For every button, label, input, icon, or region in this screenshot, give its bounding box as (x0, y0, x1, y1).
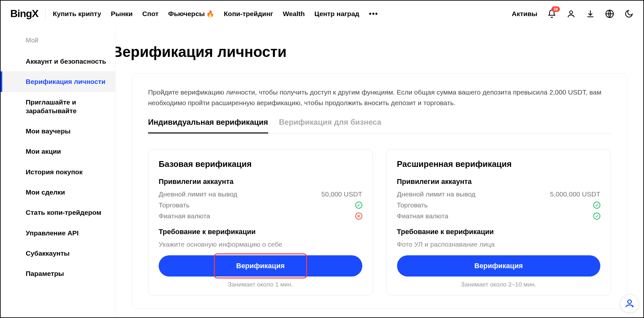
sidebar-item-vouchers[interactable]: Мои ваучеры (1, 121, 115, 141)
sidebar-item-label: Приглашайте и зарабатывайте (26, 98, 76, 114)
row-label: Фиатная валюта (159, 212, 210, 220)
row-withdrawal-limit: Дневной лимит на вывод 5,000,000 USDT (397, 190, 601, 198)
nav-assets[interactable]: Активы (512, 10, 537, 18)
cta-note: Занимает около 2~10 мин. (397, 281, 601, 288)
sidebar: Мой Аккаунт и безопасность Верификация л… (1, 27, 116, 317)
requirements-heading: Требование к верификации (397, 228, 601, 236)
sidebar-item-label: Стать копи-трейдером (26, 209, 101, 216)
sidebar-item-referral[interactable]: Приглашайте и зарабатывайте (1, 92, 115, 121)
verify-advanced-button[interactable]: Верификация (397, 255, 601, 277)
card-basic-verification: Базовая верификация Привилегии аккаунта … (148, 149, 373, 295)
verification-cards: Базовая верификация Привилегии аккаунта … (148, 149, 611, 295)
row-trade: Торговать ✓ (159, 201, 362, 209)
download-icon[interactable] (586, 9, 595, 19)
row-withdrawal-limit: Дневной лимит на вывод 50,000 USDT (159, 190, 362, 198)
row-fiat: Фиатная валюта ✕ (159, 212, 362, 220)
sidebar-item-purchase-history[interactable]: История покупок (1, 162, 115, 182)
row-fiat: Фиатная валюта ✓ (397, 212, 601, 220)
fire-icon: 🔥 (206, 10, 214, 18)
card-title: Расширенная верификация (397, 159, 601, 169)
sidebar-item-label: Мои акции (26, 148, 61, 155)
support-chat-icon[interactable] (620, 294, 639, 313)
tab-label: Верификация для бизнеса (279, 118, 382, 126)
tab-business[interactable]: Верификация для бизнеса (279, 118, 382, 133)
row-label: Торговать (397, 201, 428, 209)
logo[interactable]: BingX (10, 8, 38, 20)
nav-label: Рынки (111, 10, 133, 18)
verification-panel: Пройдите верификацию личности, чтобы пол… (132, 73, 627, 309)
tab-individual[interactable]: Индивидуальная верификация (148, 118, 268, 133)
sidebar-item-identity-verification[interactable]: Верификация личности (1, 71, 115, 92)
nav-label: Центр наград (314, 10, 359, 18)
nav-futures[interactable]: Фьючерсы🔥 (168, 10, 214, 18)
check-icon: ✓ (355, 202, 362, 209)
nav-links: Купить крипту Рынки Спот Фьючерсы🔥 Копи-… (53, 10, 378, 18)
nav-wealth[interactable]: Wealth (283, 10, 304, 18)
notifications-icon[interactable]: 38 (547, 9, 557, 19)
nav-rewards[interactable]: Центр наград (314, 10, 359, 18)
nav-label: Фьючерсы (168, 10, 205, 18)
sidebar-item-account-security[interactable]: Аккаунт и безопасность (1, 51, 115, 71)
nav-copy-trading[interactable]: Копи-трейдинг (224, 10, 273, 18)
sidebar-item-label: Мои ваучеры (26, 127, 71, 135)
tab-label: Индивидуальная верификация (148, 118, 268, 126)
requirements-desc: Фото УЛ и распознавание лица (397, 241, 601, 248)
account-icon[interactable] (566, 9, 576, 19)
tabs: Индивидуальная верификация Верификация д… (148, 118, 611, 134)
sidebar-item-settings[interactable]: Параметры (1, 263, 115, 284)
sidebar-item-promotions[interactable]: Мои акции (1, 141, 115, 161)
nav-more-icon[interactable]: ••• (369, 10, 378, 18)
requirements-desc: Укажите основную информацию о себе (159, 241, 362, 248)
nav-right: Активы 38 (512, 9, 634, 19)
sidebar-item-api-management[interactable]: Управление API (1, 223, 115, 243)
card-title: Базовая верификация (159, 159, 362, 169)
svg-point-0 (569, 11, 572, 14)
privileges-heading: Привилегии аккаунта (159, 177, 362, 186)
sidebar-item-label: Субаккаунты (26, 250, 70, 257)
row-label: Дневной лимит на вывод (159, 190, 237, 198)
language-icon[interactable] (605, 9, 614, 19)
divider (45, 9, 46, 19)
row-label: Фиатная валюта (397, 212, 448, 220)
cta-wrap: Верификация (159, 255, 362, 277)
layout: Мой Аккаунт и безопасность Верификация л… (1, 27, 643, 317)
sidebar-item-trades[interactable]: Мои сделки (1, 182, 115, 202)
sidebar-item-label: Верификация личности (26, 78, 106, 85)
nav-assets-label: Активы (512, 10, 537, 17)
row-value: 50,000 USDT (321, 190, 362, 198)
nav-spot[interactable]: Спот (142, 10, 158, 18)
sidebar-item-subaccounts[interactable]: Субаккаунты (1, 243, 115, 263)
row-label: Торговать (159, 201, 190, 209)
cta-note: Занимает около 1 мин. (159, 281, 362, 288)
sidebar-item-label: Параметры (26, 270, 64, 277)
row-label: Дневной лимит на вывод (397, 190, 476, 198)
cross-icon: ✕ (355, 213, 362, 220)
sidebar-item-label: История покупок (26, 168, 83, 176)
row-value: 5,000,000 USDT (550, 190, 600, 198)
dark-mode-icon[interactable] (624, 9, 634, 19)
nav-label: Копи-трейдинг (224, 10, 273, 18)
sidebar-item-label: Аккаунт и безопасность (26, 58, 106, 65)
check-icon: ✓ (593, 213, 600, 220)
page-title: Верификация личности (116, 43, 627, 60)
logo-text: BingX (10, 8, 38, 19)
nav-markets[interactable]: Рынки (111, 10, 133, 18)
sidebar-item-label: Мои сделки (26, 188, 65, 196)
cta-wrap: Верификация (397, 255, 601, 277)
notifications-badge: 38 (551, 6, 560, 12)
nav-buy-crypto[interactable]: Купить крипту (53, 10, 101, 18)
svg-point-2 (628, 300, 631, 304)
sidebar-header: Мой (1, 34, 115, 51)
button-label: Верификация (474, 262, 523, 270)
button-label: Верификация (236, 262, 285, 270)
sidebar-item-become-copy-trader[interactable]: Стать копи-трейдером (1, 202, 115, 223)
main: Верификация личности Пройдите верификаци… (116, 27, 643, 317)
privileges-heading: Привилегии аккаунта (397, 177, 601, 186)
requirements-heading: Требование к верификации (159, 228, 362, 236)
panel-intro: Пройдите верификацию личности, чтобы пол… (148, 87, 611, 108)
check-icon: ✓ (593, 202, 600, 209)
nav-label: Купить крипту (53, 10, 101, 18)
card-advanced-verification: Расширенная верификация Привилегии аккау… (386, 149, 611, 295)
verify-basic-button[interactable]: Верификация (159, 255, 362, 277)
nav-label: Wealth (283, 10, 304, 18)
